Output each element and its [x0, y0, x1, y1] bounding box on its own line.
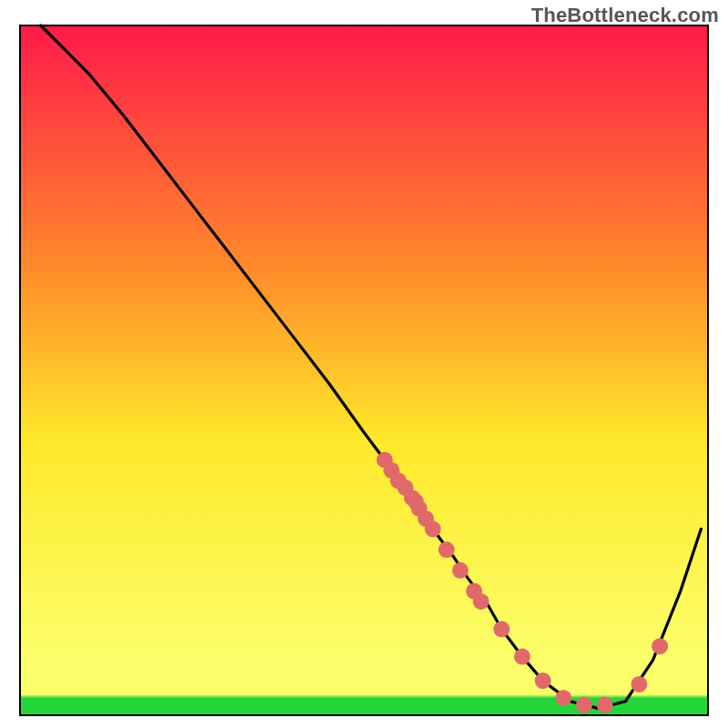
benchmark-point — [514, 649, 531, 665]
attribution-text: TheBottleneck.com — [531, 4, 719, 27]
chart-wrapper: TheBottleneck.com — [0, 0, 728, 728]
bottleneck-chart — [0, 0, 728, 728]
benchmark-point — [452, 562, 469, 579]
benchmark-point — [597, 697, 613, 713]
plot-background — [20, 25, 708, 715]
benchmark-point — [631, 676, 647, 693]
benchmark-point — [425, 521, 441, 537]
benchmark-point — [652, 638, 668, 654]
benchmark-point — [555, 690, 571, 706]
benchmark-point — [535, 672, 551, 689]
benchmark-point — [576, 697, 592, 713]
benchmark-point — [439, 541, 455, 558]
benchmark-point — [473, 593, 490, 610]
benchmark-point — [493, 621, 510, 637]
